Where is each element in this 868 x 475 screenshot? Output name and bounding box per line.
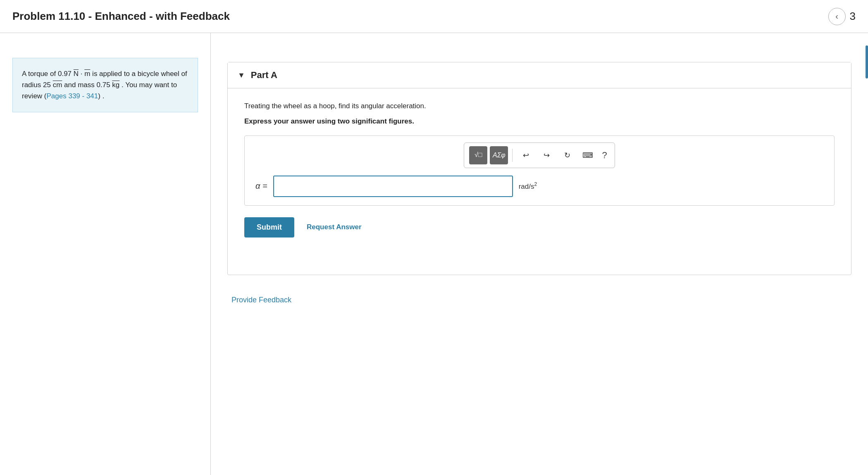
question-text: Treating the wheel as a hoop, find its a… <box>244 101 835 112</box>
header-nav: ‹ 3 <box>828 8 856 25</box>
unit-m: m <box>84 70 90 78</box>
question-instruction: Express your answer using two significan… <box>244 117 835 126</box>
svg-text:√□: √□ <box>475 151 482 158</box>
collapse-arrow-icon: ▼ <box>238 71 245 80</box>
unit-kg: kg <box>112 81 119 89</box>
part-a-header[interactable]: ▼ Part A <box>228 62 851 88</box>
undo-button[interactable]: ↩ <box>517 146 535 164</box>
toolbar-divider <box>512 149 513 162</box>
refresh-icon: ↻ <box>564 151 570 160</box>
refresh-button[interactable]: ↻ <box>558 146 576 164</box>
undo-icon: ↩ <box>523 151 529 160</box>
main-layout: A torque of 0.97 N · m is applied to a b… <box>0 33 868 475</box>
page-title: Problem 11.10 - Enhanced - with Feedback <box>12 10 230 23</box>
help-button[interactable]: ? <box>599 150 609 161</box>
left-panel: A torque of 0.97 N · m is applied to a b… <box>0 33 211 475</box>
submit-button[interactable]: Submit <box>244 217 294 238</box>
request-answer-link[interactable]: Request Answer <box>307 223 362 231</box>
redo-button[interactable]: ↪ <box>537 146 556 164</box>
scrollbar-indicator[interactable] <box>866 45 868 78</box>
unit-sup: 2 <box>534 181 537 187</box>
nav-number: 3 <box>850 10 856 23</box>
right-panel: ▼ Part A Treating the wheel as a hoop, f… <box>211 33 868 475</box>
redo-icon: ↪ <box>544 151 550 160</box>
nav-back-button[interactable]: ‹ <box>828 8 846 25</box>
unit-N: N <box>74 70 79 78</box>
problem-box: A torque of 0.97 N · m is applied to a b… <box>12 58 198 112</box>
math-toolbar: √□ ΑΣφ ↩ ↪ <box>464 142 615 168</box>
keyboard-icon: ⌨ <box>582 151 593 160</box>
part-a-body: Treating the wheel as a hoop, find its a… <box>228 88 851 275</box>
action-row: Submit Request Answer <box>244 217 835 238</box>
answer-box: √□ ΑΣφ ↩ ↪ <box>244 135 835 206</box>
symbol-button[interactable]: ΑΣφ <box>490 146 508 164</box>
header: Problem 11.10 - Enhanced - with Feedback… <box>0 0 868 33</box>
alpha-equals-label: α = <box>255 181 267 191</box>
problem-text-after-link: ) . <box>98 92 104 100</box>
sqrt-button[interactable]: √□ <box>469 146 487 164</box>
pages-link[interactable]: Pages 339 - 341 <box>47 92 98 100</box>
unit-label: rad/s2 <box>519 181 537 191</box>
sqrt-icon: √□ <box>472 148 484 162</box>
input-row: α = rad/s2 <box>251 176 827 197</box>
provide-feedback-link[interactable]: Provide Feedback <box>231 296 291 304</box>
answer-input[interactable] <box>273 176 513 197</box>
keyboard-button[interactable]: ⌨ <box>579 146 597 164</box>
part-a-section: ▼ Part A Treating the wheel as a hoop, f… <box>227 62 851 275</box>
chevron-left-icon: ‹ <box>835 12 838 21</box>
part-a-title: Part A <box>251 70 277 81</box>
feedback-section: Provide Feedback <box>227 292 851 304</box>
unit-cm: cm <box>53 81 62 89</box>
sigma-icon: ΑΣφ <box>493 152 506 159</box>
